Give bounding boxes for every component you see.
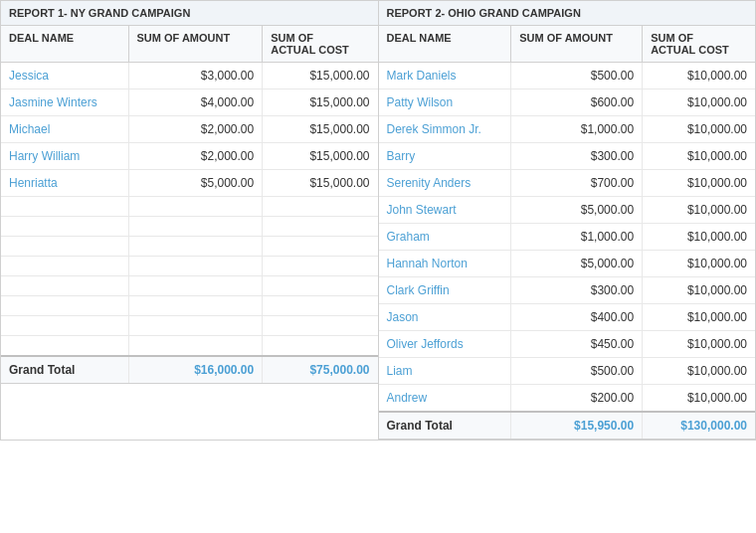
- report2: REPORT 2- OHIO GRAND CAMPAIGN DEAL NAME …: [379, 0, 757, 441]
- sum-cost: $10,000.00: [643, 116, 755, 143]
- empty-row: [1, 276, 378, 296]
- sum-amount: $500.00: [511, 63, 643, 89]
- sum-cost: $10,000.00: [643, 63, 755, 89]
- table-row: Jasmine Winters $4,000.00 $15,000.00: [1, 89, 378, 116]
- sum-amount: $600.00: [511, 89, 643, 116]
- deal-name[interactable]: Jason: [379, 304, 511, 331]
- table-row: Mark Daniels $500.00 $10,000.00: [379, 63, 756, 89]
- deal-name[interactable]: Michael: [1, 116, 128, 143]
- reports-container: REPORT 1- NY GRAND CAMPAIGN DEAL NAME SU…: [0, 0, 756, 441]
- sum-amount: $1,000.00: [511, 224, 643, 251]
- report1-total-cost: $75,000.00: [263, 356, 378, 384]
- sum-cost: $10,000.00: [643, 251, 755, 277]
- sum-amount: $4,000.00: [128, 89, 263, 116]
- table-row: Clark Griffin $300.00 $10,000.00: [379, 277, 756, 304]
- sum-cost: $15,000.00: [263, 116, 378, 143]
- deal-name[interactable]: Henriatta: [1, 170, 128, 197]
- deal-name[interactable]: John Stewart: [379, 197, 511, 224]
- report2-title: REPORT 2- OHIO GRAND CAMPAIGN: [379, 1, 756, 26]
- sum-cost: $10,000.00: [643, 385, 755, 413]
- sum-cost: $10,000.00: [643, 170, 755, 197]
- report1-table: DEAL NAME SUM OF AMOUNT SUM OFACTUAL COS…: [1, 26, 378, 384]
- report1-total-label: Grand Total: [1, 356, 128, 384]
- sum-cost: $10,000.00: [643, 358, 755, 385]
- table-row: Harry William $2,000.00 $15,000.00: [1, 143, 378, 170]
- deal-name[interactable]: Hannah Norton: [379, 251, 511, 277]
- sum-amount: $3,000.00: [128, 63, 263, 89]
- report1-grand-total-row: Grand Total $16,000.00 $75,000.00: [1, 356, 378, 384]
- sum-cost: $15,000.00: [263, 63, 378, 89]
- sum-amount: $200.00: [511, 385, 643, 413]
- deal-name[interactable]: Jessica: [1, 63, 128, 89]
- sum-amount: $5,000.00: [511, 251, 643, 277]
- sum-cost: $10,000.00: [643, 197, 755, 224]
- deal-name[interactable]: Andrew: [379, 385, 511, 413]
- sum-amount: $5,000.00: [511, 197, 643, 224]
- sum-amount: $2,000.00: [128, 143, 263, 170]
- sum-cost: $10,000.00: [643, 331, 755, 358]
- table-row: Oliver Jeffords $450.00 $10,000.00: [379, 331, 756, 358]
- empty-row: [1, 217, 378, 237]
- report2-total-label: Grand Total: [379, 412, 511, 440]
- report2-col-deal: DEAL NAME: [379, 26, 511, 63]
- table-row: Derek Simmon Jr. $1,000.00 $10,000.00: [379, 116, 756, 143]
- table-row: Jessica $3,000.00 $15,000.00: [1, 63, 378, 89]
- table-row: Andrew $200.00 $10,000.00: [379, 385, 756, 413]
- empty-row: [1, 316, 378, 336]
- sum-cost: $15,000.00: [263, 89, 378, 116]
- sum-amount: $300.00: [511, 277, 643, 304]
- sum-cost: $10,000.00: [643, 143, 755, 170]
- sum-amount: $400.00: [511, 304, 643, 331]
- empty-row: [1, 336, 378, 356]
- table-row: Patty Wilson $600.00 $10,000.00: [379, 89, 756, 116]
- deal-name[interactable]: Clark Griffin: [379, 277, 511, 304]
- sum-cost: $10,000.00: [643, 224, 755, 251]
- sum-amount: $2,000.00: [128, 116, 263, 143]
- report2-grand-total-row: Grand Total $15,950.00 $130,000.00: [379, 412, 756, 440]
- empty-row: [1, 237, 378, 257]
- deal-name[interactable]: Barry: [379, 143, 511, 170]
- deal-name[interactable]: Liam: [379, 358, 511, 385]
- deal-name[interactable]: Oliver Jeffords: [379, 331, 511, 358]
- report1-col-cost: SUM OFACTUAL COST: [263, 26, 378, 63]
- report2-total-amount: $15,950.00: [511, 412, 643, 440]
- deal-name[interactable]: Graham: [379, 224, 511, 251]
- table-row: Henriatta $5,000.00 $15,000.00: [1, 170, 378, 197]
- sum-amount: $450.00: [511, 331, 643, 358]
- sum-cost: $15,000.00: [263, 143, 378, 170]
- sum-cost: $15,000.00: [263, 170, 378, 197]
- deal-name[interactable]: Derek Simmon Jr.: [379, 116, 511, 143]
- table-row: John Stewart $5,000.00 $10,000.00: [379, 197, 756, 224]
- report1-col-amount: SUM OF AMOUNT: [128, 26, 263, 63]
- sum-cost: $10,000.00: [643, 304, 755, 331]
- table-row: Hannah Norton $5,000.00 $10,000.00: [379, 251, 756, 277]
- report1-total-amount: $16,000.00: [128, 356, 263, 384]
- sum-amount: $1,000.00: [511, 116, 643, 143]
- report1: REPORT 1- NY GRAND CAMPAIGN DEAL NAME SU…: [0, 0, 379, 441]
- deal-name[interactable]: Jasmine Winters: [1, 89, 128, 116]
- empty-row: [1, 257, 378, 276]
- empty-row: [1, 197, 378, 217]
- sum-amount: $5,000.00: [128, 170, 263, 197]
- sum-cost: $10,000.00: [643, 277, 755, 304]
- report2-total-cost: $130,000.00: [643, 412, 755, 440]
- sum-amount: $500.00: [511, 358, 643, 385]
- deal-name[interactable]: Patty Wilson: [379, 89, 511, 116]
- sum-amount: $300.00: [511, 143, 643, 170]
- deal-name[interactable]: Harry William: [1, 143, 128, 170]
- empty-row: [1, 296, 378, 316]
- sum-cost: $10,000.00: [643, 89, 755, 116]
- table-row: Michael $2,000.00 $15,000.00: [1, 116, 378, 143]
- table-row: Barry $300.00 $10,000.00: [379, 143, 756, 170]
- sum-amount: $700.00: [511, 170, 643, 197]
- report1-title: REPORT 1- NY GRAND CAMPAIGN: [1, 1, 378, 26]
- table-row: Liam $500.00 $10,000.00: [379, 358, 756, 385]
- deal-name[interactable]: Serenity Anders: [379, 170, 511, 197]
- report1-col-deal: DEAL NAME: [1, 26, 128, 63]
- deal-name[interactable]: Mark Daniels: [379, 63, 511, 89]
- table-row: Serenity Anders $700.00 $10,000.00: [379, 170, 756, 197]
- report2-col-amount: SUM OF AMOUNT: [511, 26, 643, 63]
- report2-col-cost: SUM OFACTUAL COST: [643, 26, 755, 63]
- table-row: Graham $1,000.00 $10,000.00: [379, 224, 756, 251]
- table-row: Jason $400.00 $10,000.00: [379, 304, 756, 331]
